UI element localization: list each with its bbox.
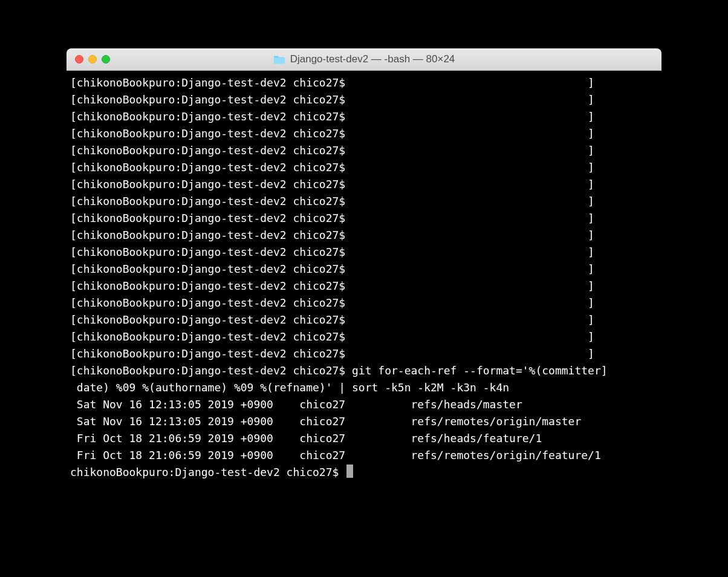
prompt-line: [chikonoBookpuro:Django-test-dev2 chico2… (70, 74, 658, 91)
command-line: date) %09 %(authorname) %09 %(refname)' … (70, 379, 658, 396)
traffic-lights (75, 55, 110, 64)
command-line: [chikonoBookpuro:Django-test-dev2 chico2… (70, 362, 658, 379)
cursor (346, 465, 353, 478)
prompt-line: [chikonoBookpuro:Django-test-dev2 chico2… (70, 328, 658, 345)
prompt-line: [chikonoBookpuro:Django-test-dev2 chico2… (70, 227, 658, 244)
window-title: Django-test-dev2 — -bash — 80×24 (290, 53, 455, 65)
prompt-line: [chikonoBookpuro:Django-test-dev2 chico2… (70, 295, 658, 311)
window-titlebar[interactable]: Django-test-dev2 — -bash — 80×24 (67, 48, 661, 71)
terminal-output-area[interactable]: [chikonoBookpuro:Django-test-dev2 chico2… (67, 71, 661, 487)
prompt-line: [chikonoBookpuro:Django-test-dev2 chico2… (70, 125, 658, 142)
terminal-window: Django-test-dev2 — -bash — 80×24 [chikon… (67, 48, 661, 487)
prompt-line: [chikonoBookpuro:Django-test-dev2 chico2… (70, 311, 658, 328)
output-line: Fri Oct 18 21:06:59 2019 +0900 chico27 r… (70, 447, 658, 464)
prompt-line: [chikonoBookpuro:Django-test-dev2 chico2… (70, 278, 658, 295)
prompt-line: [chikonoBookpuro:Django-test-dev2 chico2… (70, 345, 658, 362)
folder-icon (273, 54, 285, 64)
prompt-line: [chikonoBookpuro:Django-test-dev2 chico2… (70, 176, 658, 193)
prompt-line: [chikonoBookpuro:Django-test-dev2 chico2… (70, 159, 658, 176)
prompt-line: [chikonoBookpuro:Django-test-dev2 chico2… (70, 210, 658, 227)
prompt-line: [chikonoBookpuro:Django-test-dev2 chico2… (70, 142, 658, 159)
window-title-wrap: Django-test-dev2 — -bash — 80×24 (67, 53, 661, 65)
output-line: Fri Oct 18 21:06:59 2019 +0900 chico27 r… (70, 430, 658, 447)
close-button[interactable] (75, 55, 83, 64)
prompt-line: [chikonoBookpuro:Django-test-dev2 chico2… (70, 91, 658, 108)
zoom-button[interactable] (102, 55, 110, 64)
prompt-line: [chikonoBookpuro:Django-test-dev2 chico2… (70, 108, 658, 125)
minimize-button[interactable] (88, 55, 97, 64)
prompt-line: [chikonoBookpuro:Django-test-dev2 chico2… (70, 244, 658, 261)
prompt-line: [chikonoBookpuro:Django-test-dev2 chico2… (70, 193, 658, 210)
prompt-line: [chikonoBookpuro:Django-test-dev2 chico2… (70, 261, 658, 278)
output-line: Sat Nov 16 12:13:05 2019 +0900 chico27 r… (70, 396, 658, 413)
prompt-current[interactable]: chikonoBookpuro:Django-test-dev2 chico27… (70, 464, 658, 481)
output-line: Sat Nov 16 12:13:05 2019 +0900 chico27 r… (70, 413, 658, 430)
